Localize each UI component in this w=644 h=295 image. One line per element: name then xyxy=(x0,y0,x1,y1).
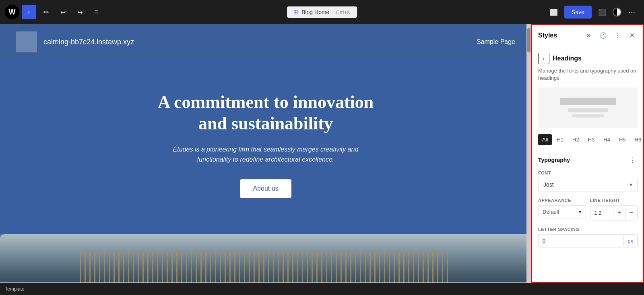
tab-h6-label: H6 xyxy=(635,137,642,143)
headings-header: ‹ Headings xyxy=(532,47,644,66)
site-nav: Sample Page xyxy=(477,38,515,46)
more-options-button[interactable]: ⋯ xyxy=(625,5,639,19)
preview-lines xyxy=(560,98,616,118)
appearance-arrow: ▾ xyxy=(579,209,582,215)
eye-button[interactable]: 👁 xyxy=(583,30,594,41)
back-icon: ‹ xyxy=(543,56,545,62)
back-button[interactable]: ‹ xyxy=(538,53,549,64)
letter-spacing-value: 0 xyxy=(539,235,623,247)
split-view-button[interactable]: ⬛ xyxy=(595,5,609,19)
redo-icon: ↪ xyxy=(77,8,83,16)
font-value: Jost xyxy=(543,181,554,188)
arch-lines xyxy=(80,250,452,283)
blog-home-button[interactable]: ⊞ Blog Home Ctrl+K xyxy=(287,6,357,18)
site-canvas: calming-bb7c24.instawp.xyz Sample Page A… xyxy=(0,24,531,283)
appearance-col: APPEARANCE Default ▾ xyxy=(538,198,586,220)
line-height-minus-button[interactable]: − xyxy=(625,206,637,220)
site-logo-area: calming-bb7c24.instawp.xyz xyxy=(16,31,134,52)
headings-title: Headings xyxy=(553,55,582,62)
letter-spacing-control: 0 px xyxy=(538,234,638,247)
website-preview: calming-bb7c24.instawp.xyz Sample Page A… xyxy=(0,24,531,283)
right-panel: Styles 👁 🕐 ⋮ ✕ ‹ xyxy=(531,24,644,283)
list-button[interactable]: ≡ xyxy=(89,5,104,19)
preview-tiny-line xyxy=(572,114,604,118)
main-area: calming-bb7c24.instawp.xyz Sample Page A… xyxy=(0,24,644,283)
panel-body: ‹ Headings Manage the fonts and typograp… xyxy=(532,47,644,283)
appearance-select[interactable]: Default ▾ xyxy=(538,205,586,218)
undo-icon: ↩ xyxy=(60,8,66,16)
scroll-track[interactable] xyxy=(526,24,531,283)
line-height-value: 1.2 xyxy=(590,207,613,219)
wp-logo[interactable]: W xyxy=(5,5,19,19)
tab-h3-label: H3 xyxy=(588,137,595,143)
save-button[interactable]: Save xyxy=(564,6,592,19)
line-height-plus-button[interactable]: + xyxy=(613,206,625,220)
more-icon: ⋯ xyxy=(629,8,635,16)
font-label: FONT xyxy=(538,170,638,175)
tab-h4[interactable]: H4 xyxy=(599,134,614,145)
tab-h6[interactable]: H6 xyxy=(631,134,644,145)
tab-all-label: All xyxy=(542,137,548,143)
letter-spacing-group: LETTER SPACING 0 px xyxy=(532,224,644,251)
typography-section-title: Typography xyxy=(538,157,570,163)
line-height-control: 1.2 + − xyxy=(590,205,638,220)
wp-logo-text: W xyxy=(9,8,16,17)
arch-image xyxy=(0,234,531,283)
status-label: Template xyxy=(5,286,25,292)
image-section xyxy=(0,234,531,283)
tab-h1-label: H1 xyxy=(557,137,564,143)
hero-title: A commitment to innovation and sustainab… xyxy=(149,92,382,135)
pencil-button[interactable]: ✏ xyxy=(39,5,53,19)
typography-more-button[interactable]: ⋮ xyxy=(628,155,638,165)
tab-h2-label: H2 xyxy=(572,137,579,143)
keyboard-shortcut: Ctrl+K xyxy=(336,9,350,15)
split-icon: ⬛ xyxy=(598,8,606,16)
appearance-value: Default xyxy=(543,209,559,215)
line-height-label: LINE HEIGHT xyxy=(590,198,638,203)
tab-h4-label: H4 xyxy=(603,137,610,143)
list-icon: ≡ xyxy=(95,8,98,16)
undo-button[interactable]: ↩ xyxy=(56,5,70,19)
letter-spacing-label: LETTER SPACING xyxy=(538,227,638,232)
tab-all[interactable]: All xyxy=(538,134,552,145)
about-us-button[interactable]: About us xyxy=(240,179,291,198)
add-button[interactable]: + xyxy=(22,5,36,19)
appearance-label: APPEARANCE xyxy=(538,198,586,203)
site-logo-box xyxy=(16,31,37,52)
hero-subtitle: Études is a pioneering firm that seamles… xyxy=(161,144,370,165)
close-panel-button[interactable]: ✕ xyxy=(626,30,638,41)
pencil-icon: ✏ xyxy=(43,8,49,16)
device-view-button[interactable]: ⬜ xyxy=(547,5,561,19)
add-icon: + xyxy=(27,8,31,16)
headings-description: Manage the fonts and typography used on … xyxy=(532,66,644,87)
toolbar-left: W + ✏ ↩ ↪ ≡ xyxy=(5,5,104,19)
history-button[interactable]: 🕐 xyxy=(597,30,609,41)
contrast-toggle[interactable] xyxy=(613,8,621,17)
page-icon: ⊞ xyxy=(293,9,298,15)
tab-h3[interactable]: H3 xyxy=(584,134,599,145)
toolbar-right: ⬜ Save ⬛ ⋯ xyxy=(547,5,639,19)
panel-header-icons: 👁 🕐 ⋮ ✕ xyxy=(583,30,638,41)
canvas-wrapper: calming-bb7c24.instawp.xyz Sample Page A… xyxy=(0,24,531,283)
eye-icon: 👁 xyxy=(586,32,592,39)
nav-item[interactable]: Sample Page xyxy=(477,38,515,45)
panel-more-icon: ⋮ xyxy=(615,32,621,39)
minus-icon: − xyxy=(630,209,633,216)
redo-button[interactable]: ↪ xyxy=(72,5,87,19)
tab-h2[interactable]: H2 xyxy=(568,134,583,145)
typography-section-header: Typography ⋮ xyxy=(532,151,644,168)
toolbar: W + ✏ ↩ ↪ ≡ ⊞ Blog Home Ctrl+K ⬜ Save xyxy=(0,0,644,24)
font-select[interactable]: Jost ▾ xyxy=(538,178,638,191)
scroll-thumb xyxy=(527,28,530,52)
tab-h1[interactable]: H1 xyxy=(553,134,568,145)
typography-more-icon: ⋮ xyxy=(630,156,636,164)
status-bar: Template xyxy=(0,283,644,295)
tab-h5[interactable]: H5 xyxy=(615,134,630,145)
panel-title: Styles xyxy=(538,32,557,39)
site-header: calming-bb7c24.instawp.xyz Sample Page xyxy=(0,24,531,60)
appearance-lineheight-row: APPEARANCE Default ▾ LINE HEIGHT 1.2 + xyxy=(532,195,644,224)
font-group: FONT Jost ▾ xyxy=(532,168,644,195)
panel-more-button[interactable]: ⋮ xyxy=(612,30,623,41)
typography-preview xyxy=(538,87,638,128)
toolbar-center: ⊞ Blog Home Ctrl+K xyxy=(287,6,357,18)
